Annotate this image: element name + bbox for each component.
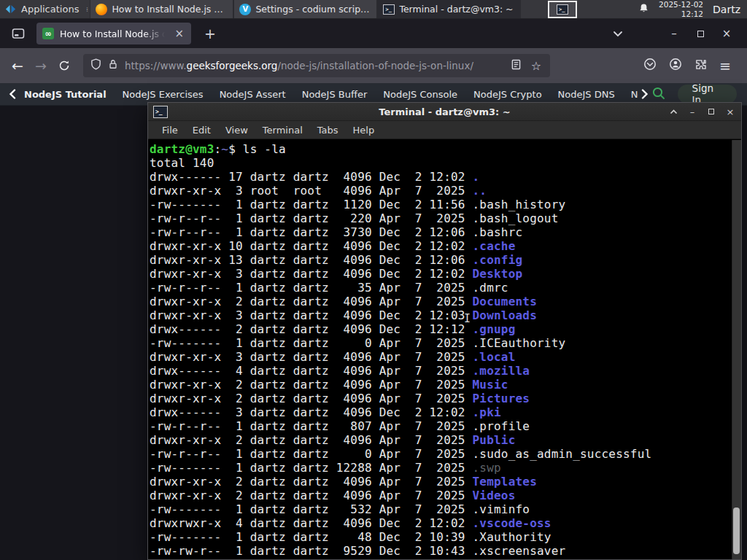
terminal-scrollbar-thumb[interactable] [733,508,740,554]
nav-item-nodejs-console[interactable]: NodeJS Console [375,89,465,100]
panel-clock[interactable]: 2025-12-02 12:12 [659,0,703,18]
navigation-toolbar: ← → https://www.geeksforgeeks.org/node-j… [0,48,747,83]
forward-button[interactable]: → [29,54,53,77]
terminal-line: drwxrwxr-x 4 dartz dartz 4096 Dec 2 12:0… [150,516,729,530]
window-close-button[interactable]: × [713,27,740,40]
browser-tab-active[interactable]: ∞ How to Install Node.js on × [36,23,191,44]
distro-logo-icon [4,3,17,15]
url-bar[interactable]: https://www.geeksforgeeks.org/node-js/in… [83,54,550,77]
terminal-icon: >_ [383,4,395,15]
terminal-output[interactable]: dartz@vm3:~$ ls -latotal 140drwx------ 1… [148,140,741,559]
terminal-icon: >_ [557,4,568,15]
terminal-scrollbar-track[interactable] [732,140,741,559]
toolbar-right-icons: ≡ [643,58,741,74]
sign-in-button[interactable]: Sign In [678,85,737,104]
top-panel: Applications ⁞ How to Install Node.js o.… [0,0,747,19]
terminal-line: -rw-rw-r-- 1 dartz dartz 9529 Dec 2 10:4… [150,544,729,558]
iconbox-frame: >_ [548,1,577,18]
terminal-menu-view[interactable]: View [218,125,255,136]
list-all-tabs-chevron-icon[interactable] [613,31,623,37]
panel-username: Dartz [713,4,740,15]
url-domain: geeksforgeeks.org [187,60,278,71]
terminal-line: -rw-r--r-- 1 dartz dartz 3730 Dec 2 12:0… [150,225,729,239]
terminal-line: drwx------ 2 dartz dartz 4096 Dec 2 12:1… [150,322,729,336]
url-path: /node-js/installation-of-node-js-on-linu… [277,60,473,71]
terminal-title: Terminal - dartz@vm3: ~ [148,106,741,117]
terminal-line: total 140 [150,156,729,170]
nav-scroll-left-icon[interactable] [6,89,19,99]
terminal-line: drwxr-xr-x 3 dartz dartz 4096 Dec 2 12:0… [150,267,729,281]
terminal-line: -rw-r--r-- 1 dartz dartz 220 Apr 7 2025 … [150,211,729,225]
url-scheme: https://www. [125,60,187,71]
panel-status-area: 2025-12-02 12:12 Dartz [638,0,747,18]
reader-mode-icon[interactable] [511,59,521,73]
new-tab-button[interactable]: + [200,26,220,42]
nav-item-nodejs-tutorial[interactable]: NodeJS Tutorial [19,89,115,100]
terminal-line: drwxr-xr-x 2 dartz dartz 4096 Apr 7 2025… [150,378,729,392]
clock-date: 2025-12-02 [659,0,703,9]
subnav-right: Sign In [651,85,741,104]
terminal-line: -rw------- 1 dartz dartz 0 Apr 7 2025 .I… [150,336,729,350]
nav-item-nodejs-crypto[interactable]: NodeJS Crypto [465,89,550,100]
terminal-minimize-button[interactable]: – [686,106,698,117]
nav-item-nodejs-exercises[interactable]: NodeJS Exercises [115,89,212,100]
terminal-shade-button[interactable] [667,109,679,114]
extensions-puzzle-icon[interactable] [694,58,707,74]
padlock-icon[interactable] [108,58,118,73]
terminal-menu-edit[interactable]: Edit [185,125,218,136]
menu-hamburger-icon[interactable]: ≡ [719,59,731,73]
notification-bell-icon[interactable] [638,3,649,16]
terminal-line: drwxr-xr-x 3 root root 4096 Apr 7 2025 .… [150,184,729,198]
tab-title: How to Install Node.js on [60,28,167,39]
terminal-menu-file[interactable]: File [155,125,185,136]
terminal-line: drwxr-xr-x 2 dartz dartz 4096 Apr 7 2025… [150,489,729,502]
window-maximize-button[interactable] [687,31,713,37]
taskbar-button-terminal[interactable]: >_Terminal - dartz@vm3: ~ [377,0,521,18]
terminal-app-icon: >_ [153,106,168,118]
terminal-line: -rw-r--r-- 1 dartz dartz 35 Apr 7 2025 .… [150,281,729,295]
terminal-menubar: FileEditViewTerminalTabsHelp [148,121,741,139]
nav-item-node[interactable]: Node [623,89,638,100]
terminal-line: drwxr-xr-x 2 dartz dartz 4096 Apr 7 2025… [150,433,729,447]
site-search-icon[interactable] [651,86,666,103]
terminal-close-button[interactable]: × [724,106,736,117]
terminal-titlebar[interactable]: >_ Terminal - dartz@vm3: ~ – × [148,103,741,121]
reload-button[interactable] [53,54,76,77]
firefox-icon [96,4,107,15]
nav-item-nodejs-buffer[interactable]: NodeJS Buffer [294,89,376,100]
nav-scroll-right-icon[interactable] [638,89,651,99]
window-minimize-button[interactable]: – [661,27,687,40]
terminal-maximize-button[interactable] [705,109,717,114]
firefox-view-icon[interactable] [9,25,28,42]
terminal-menu-terminal[interactable]: Terminal [255,125,310,136]
bookmark-star-icon[interactable]: ☆ [531,59,541,73]
terminal-line: drwx------ 4 dartz dartz 4096 Apr 7 2025… [150,364,729,378]
mouse-text-cursor: I [464,312,471,325]
terminal-menu-help[interactable]: Help [346,125,382,136]
tab-close-icon[interactable]: × [173,27,185,40]
applications-menu-button[interactable]: Applications [0,0,83,18]
back-button[interactable]: ← [6,54,29,77]
urlbar-end-icons: ☆ [511,59,543,73]
tab-bar: ∞ How to Install Node.js on × + – × [0,19,747,48]
account-icon[interactable] [669,58,682,74]
taskbar-button-firefox[interactable]: How to Install Node.js o... [90,0,233,18]
nav-items: NodeJS TutorialNodeJS ExercisesNodeJS As… [19,89,638,100]
taskbar-button-label: Settings - codium script... [255,4,371,15]
terminal-line: -rw------- 1 dartz dartz 532 Apr 7 2025 … [150,502,729,516]
terminal-line: drwxr-xr-x 10 dartz dartz 4096 Dec 2 12:… [150,239,729,253]
terminal-menu-tabs[interactable]: Tabs [310,125,346,136]
nav-item-nodejs-assert[interactable]: NodeJS Assert [212,89,294,100]
pocket-icon[interactable] [643,58,657,74]
terminal-line: drwxr-xr-x 3 dartz dartz 4096 Dec 2 12:0… [150,308,729,322]
terminal-line: -rw------- 1 dartz dartz 12288 Apr 7 202… [150,461,729,475]
terminal-line: -rw------- 1 dartz dartz 48 Dec 2 10:39 … [150,530,729,544]
terminal-line: drwxr-xr-x 2 dartz dartz 4096 Apr 7 2025… [150,392,729,405]
nav-item-nodejs-dns[interactable]: NodeJS DNS [550,89,623,100]
tracking-protection-shield-icon[interactable] [90,58,101,73]
terminal-line: -rw-r--r-- 1 dartz dartz 807 Apr 7 2025 … [150,419,729,433]
terminal-line: -rw------- 1 dartz dartz 1120 Dec 2 11:5… [150,198,729,211]
taskbar-button-vscodium[interactable]: VSettings - codium script... [233,0,377,18]
terminal-line: drwxr-xr-x 2 dartz dartz 4096 Apr 7 2025… [150,475,729,489]
active-window-iconbox[interactable]: >_ [548,0,577,19]
